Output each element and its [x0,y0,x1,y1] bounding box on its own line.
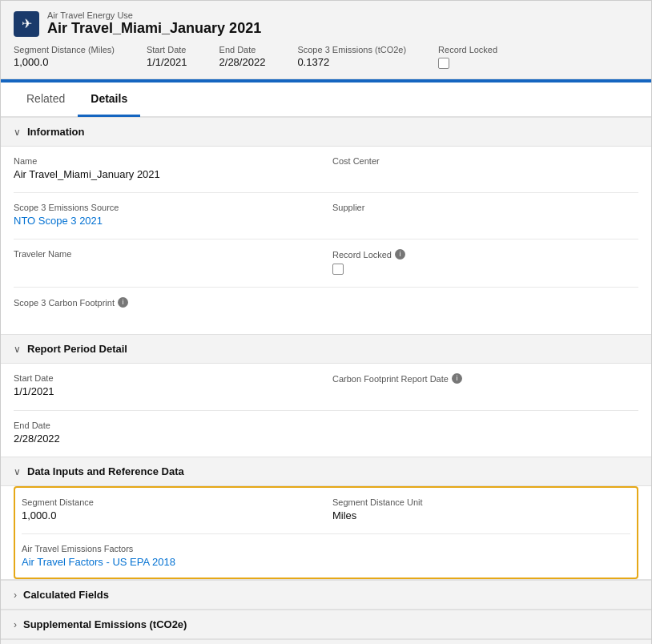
header-subtitle: Air Travel Energy Use [47,10,261,20]
calculated-fields-section-header[interactable]: › Calculated Fields [1,580,651,609]
information-chevron-icon: ∨ [14,127,21,138]
header: ✈ Air Travel Energy Use Air Travel_Miami… [1,1,651,79]
information-section-header[interactable]: ∨ Information [1,117,651,147]
data-inputs-fields: Segment Distance 1,000.0 ✎ Segment Dista… [15,488,637,578]
scope3-carbon-footprint-label: Scope 3 Carbon Footprint i [14,297,320,308]
traveler-name-field: Traveler Name ✎ [14,239,326,288]
record-locked-checkbox[interactable] [332,264,344,275]
record-locked-header-checkbox[interactable] [438,58,449,69]
name-label: Name [14,156,320,166]
start-date-field-label: Start Date [14,373,320,383]
calculated-fields-section: › Calculated Fields [1,579,651,609]
scope3-carbon-footprint-field: Scope 3 Carbon Footprint i ✎ [14,288,326,334]
calculated-fields-chevron-icon: › [14,590,17,601]
start-date-field: Start Date 1/1/2021 ✎ [14,364,326,411]
app-container: ✈ Air Travel Energy Use Air Travel_Miami… [0,0,652,644]
information-section: ∨ Information Name Air Travel_Miami_Janu… [1,117,651,334]
header-field-scope3: Scope 3 Emissions (tCO2e) 0.1372 [297,45,406,69]
name-field: Name Air Travel_Miami_January 2021 ✎ [14,147,326,193]
report-period-section: ∨ Report Period Detail Start Date 1/1/20… [1,334,651,457]
data-inputs-section: ∨ Data Inputs and Reference Data Segment… [1,457,651,579]
scope3-source-field: Scope 3 Emissions Source NTO Scope 3 202… [14,193,326,239]
supplemental-emissions-section: › Supplemental Emissions (tCO2e) [1,609,651,638]
scope3-value: 0.1372 [297,56,406,68]
record-locked-header-label: Record Locked [438,45,497,54]
data-inputs-section-header[interactable]: ∨ Data Inputs and Reference Data [1,457,651,486]
record-title: Air Travel_Miami_January 2021 [47,20,261,37]
placeholder-field-1 [326,288,638,334]
report-period-section-label: Report Period Detail [27,343,127,355]
placeholder-field-3 [326,534,630,578]
greenhouse-gas-section-header[interactable]: › Greenhouse Gas Emissions Results [1,639,651,644]
end-date-field-value: 2/28/2022 [14,433,320,447]
report-period-section-header[interactable]: ∨ Report Period Detail [1,334,651,364]
segment-distance-unit-field: Segment Distance Unit Miles ✎ [326,488,630,534]
end-date-field-label: End Date [14,421,320,430]
supplier-value [332,215,632,229]
app-icon: ✈ [14,11,39,37]
start-date-field-value: 1/1/2021 [14,385,320,400]
calculated-fields-section-label: Calculated Fields [23,589,109,601]
tab-details[interactable]: Details [78,83,140,117]
traveler-name-value [14,261,320,276]
header-title-group: Air Travel Energy Use Air Travel_Miami_J… [47,10,261,37]
supplier-field: Supplier ✎ [326,193,638,239]
information-section-label: Information [27,126,85,138]
placeholder-field-2 [326,411,638,457]
traveler-name-label: Traveler Name [14,249,320,259]
information-fields: Name Air Travel_Miami_January 2021 ✎ Cos… [1,147,651,334]
record-locked-info-icon[interactable]: i [395,249,405,260]
data-inputs-chevron-icon: ∨ [14,466,21,477]
start-date-label: Start Date [147,45,187,54]
scope3-label: Scope 3 Emissions (tCO2e) [297,45,406,54]
header-top: ✈ Air Travel Energy Use Air Travel_Miami… [14,10,638,37]
end-date-label: End Date [219,45,266,54]
cost-center-label: Cost Center [332,156,632,166]
scope3-source-label: Scope 3 Emissions Source [14,203,320,212]
segment-distance-unit-label: Segment Distance Unit [332,497,624,507]
supplemental-emissions-chevron-icon: › [14,619,17,630]
supplemental-emissions-section-header[interactable]: › Supplemental Emissions (tCO2e) [1,610,651,638]
segment-distance-unit-value: Miles [332,509,624,524]
tab-related[interactable]: Related [14,83,78,117]
cost-center-field: Cost Center ✎ [326,147,638,193]
carbon-footprint-report-date-field: Carbon Footprint Report Date i ✎ [326,364,638,411]
air-travel-emissions-factors-label: Air Travel Emissions Factors [22,544,320,553]
record-locked-label: Record Locked i [332,249,632,260]
tabs: Related Details [1,83,651,117]
end-date-value: 2/28/2022 [219,56,266,68]
header-field-end-date: End Date 2/28/2022 [219,45,266,69]
scope3-source-value[interactable]: NTO Scope 3 2021 [14,215,103,227]
data-inputs-section-label: Data Inputs and Reference Data [27,465,184,477]
header-fields: Segment Distance (Miles) 1,000.0 Start D… [14,45,638,69]
start-date-value: 1/1/2021 [147,56,187,68]
segment-distance-input-value: 1,000.0 [22,509,320,524]
header-field-segment-distance: Segment Distance (Miles) 1,000.0 [14,45,115,69]
scope3-carbon-footprint-value [14,310,320,324]
report-period-fields: Start Date 1/1/2021 ✎ Carbon Footprint R… [1,364,651,457]
carbon-footprint-report-date-label: Carbon Footprint Report Date i [332,373,632,384]
air-travel-emissions-factors-value[interactable]: Air Travel Factors - US EPA 2018 [22,556,175,568]
supplier-label: Supplier [332,203,632,212]
header-field-record-locked: Record Locked [438,45,497,69]
record-locked-field: Record Locked i [326,239,638,288]
segment-distance-label: Segment Distance (Miles) [14,45,115,54]
greenhouse-gas-section: › Greenhouse Gas Emissions Results [1,638,651,644]
data-inputs-highlighted: Segment Distance 1,000.0 ✎ Segment Dista… [14,486,638,579]
plane-icon: ✈ [22,16,32,31]
segment-distance-value: 1,000.0 [14,56,115,68]
segment-distance-input-field: Segment Distance 1,000.0 ✎ [22,488,326,534]
carbon-footprint-report-date-info-icon[interactable]: i [452,373,462,384]
carbon-footprint-report-date-value [332,386,632,400]
name-value: Air Travel_Miami_January 2021 [14,168,320,183]
scope3-carbon-footprint-info-icon[interactable]: i [118,297,128,308]
segment-distance-input-label: Segment Distance [22,497,320,507]
end-date-field: End Date 2/28/2022 ✎ [14,411,326,457]
report-period-chevron-icon: ∨ [14,344,21,355]
header-field-start-date: Start Date 1/1/2021 [147,45,187,69]
air-travel-emissions-factors-field: Air Travel Emissions Factors Air Travel … [22,534,326,578]
supplemental-emissions-section-label: Supplemental Emissions (tCO2e) [23,618,187,630]
cost-center-value [332,168,632,183]
content: ∨ Information Name Air Travel_Miami_Janu… [1,117,651,644]
